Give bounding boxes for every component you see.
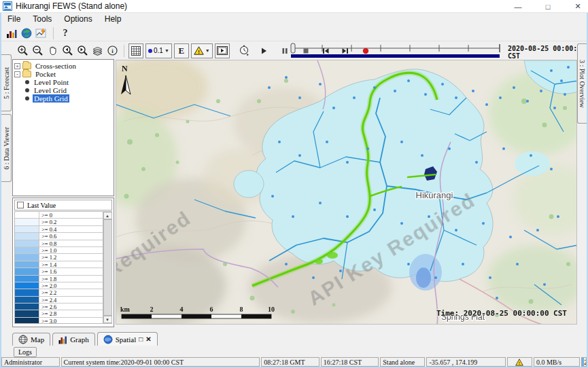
legend-row[interactable]: >= 0.2 — [15, 219, 103, 225]
status-local-time: 16:27:18 CST — [321, 357, 379, 367]
animation-timer-icon[interactable] — [237, 43, 252, 58]
grid-display-button[interactable] — [128, 43, 143, 58]
contour-value-dropdown[interactable]: 0.1 ▼ — [145, 43, 172, 58]
tree-item-cross-section[interactable]: + Cross-section — [14, 62, 112, 70]
animation-player-button[interactable] — [215, 43, 230, 58]
legend-row[interactable]: >= 2.0 — [15, 282, 103, 289]
main-toolbar: ? — [1, 25, 587, 41]
app-window: Hikurangi FEWS (Stand alone) — □ ✕ File … — [0, 0, 588, 368]
warnings-dropdown[interactable]: ! ▼ — [191, 43, 213, 58]
legend-swatch — [15, 318, 39, 324]
legend-row[interactable]: >= 2.8 — [15, 310, 103, 317]
expand-icon[interactable]: + — [14, 63, 20, 69]
zoom-out-icon[interactable] — [30, 43, 45, 58]
time-slider-handle[interactable] — [291, 43, 295, 53]
map-time-label: Time: 2020-08-25 00:00:00 CST — [436, 309, 567, 318]
legend-row[interactable]: >= 1.0 — [15, 247, 103, 254]
svg-text:2: 2 — [150, 306, 154, 313]
tree-item-pocket[interactable]: - Pocket — [14, 70, 112, 78]
legend-row[interactable]: >= 2.4 — [15, 297, 103, 303]
status-warning-cell[interactable]: ! — [507, 357, 532, 367]
tree-item-depth-grid[interactable]: Depth Grid — [14, 94, 112, 103]
map-view[interactable]: API Key Required API Key Required N Hiku… — [116, 60, 577, 325]
node-bullet-icon — [25, 88, 29, 92]
legend-swatch — [15, 289, 39, 295]
scroll-up-icon[interactable]: ▲ — [103, 212, 112, 219]
current-time-label: 2020-08-25 00:00:00 CST — [508, 45, 588, 60]
svg-text:6: 6 — [210, 306, 213, 313]
explorer-icon[interactable] — [4, 26, 19, 41]
legend-row[interactable]: >= 2.2 — [15, 289, 103, 296]
time-slider[interactable] — [289, 42, 503, 58]
globe-icon — [18, 335, 28, 344]
last-value-label: Last Value — [27, 202, 56, 209]
legend-row[interactable]: >= 0.8 — [15, 240, 103, 247]
tab-graph[interactable]: Graph — [52, 333, 95, 346]
tab-plot-overview[interactable]: 3 : Plot Overview — [577, 43, 587, 124]
legend-swatch — [15, 233, 39, 239]
help-button[interactable]: ? — [58, 26, 73, 41]
toolbar-separator — [53, 27, 54, 39]
folder-icon — [22, 62, 31, 69]
tree-item-level-point[interactable]: Level Point — [14, 78, 112, 86]
spatial-sphere-icon — [103, 335, 113, 344]
play-button[interactable] — [256, 43, 271, 58]
legend-row[interactable]: >= 2.6 — [15, 303, 103, 310]
map-canvas[interactable]: API Key Required API Key Required N Hiku… — [116, 60, 577, 325]
legend-row[interactable]: >= 0.6 — [15, 233, 103, 240]
title-bar: Hikurangi FEWS (Stand alone) — □ ✕ — [0, 0, 588, 13]
value-dropdown-value: 0.1 — [154, 47, 163, 54]
tab-forecast[interactable]: 5 : Forecast — [1, 54, 12, 111]
minimize-button[interactable]: — — [512, 3, 524, 11]
status-mode: Stand alone — [380, 357, 425, 367]
last-value-checkbox[interactable] — [17, 202, 24, 208]
app-logo-icon — [3, 1, 12, 11]
legend-swatch — [15, 303, 39, 310]
layers-icon[interactable] — [90, 43, 105, 58]
timeseries-chart-icon[interactable] — [34, 26, 49, 41]
tab-map[interactable]: Map — [12, 333, 50, 346]
dock-tab-bar: Map Graph Spatial □ ✕ — [12, 332, 158, 346]
panel-restore-button[interactable]: □ — [139, 335, 143, 343]
menu-help[interactable]: Help — [99, 14, 128, 24]
legend-swatch — [15, 282, 39, 289]
menu-file[interactable]: File — [1, 14, 27, 24]
legend-swatch — [15, 254, 39, 260]
chevron-down-icon: ▼ — [165, 48, 169, 53]
scroll-down-icon[interactable]: ▼ — [103, 316, 112, 323]
status-user: Administrator — [1, 357, 60, 367]
scrollbar-thumb[interactable] — [103, 219, 112, 316]
legend-row[interactable]: >= 0.4 — [15, 226, 103, 233]
status-system-time: Current system time:2020-09-01 00:00 CST — [61, 357, 260, 367]
warning-triangle-icon: ! — [515, 358, 523, 366]
tab-spatial[interactable]: Spatial □ ✕ — [97, 332, 158, 346]
zoom-previous-icon[interactable] — [60, 43, 75, 58]
maximize-button[interactable]: □ — [542, 3, 554, 11]
zoom-in-icon[interactable] — [15, 43, 30, 58]
collapse-icon[interactable]: - — [14, 71, 20, 77]
info-icon[interactable]: i — [105, 43, 120, 58]
pan-hand-icon[interactable] — [45, 43, 60, 58]
close-button[interactable]: ✕ — [572, 2, 584, 11]
logs-button[interactable]: Logs — [14, 347, 37, 357]
tree-item-level-grid[interactable]: Level Grid — [14, 86, 112, 94]
svg-text:!: ! — [519, 360, 520, 365]
legend-row[interactable]: >= 0 — [15, 212, 103, 219]
zoom-next-icon[interactable] — [75, 43, 90, 58]
legend-row[interactable]: >= 1.6 — [15, 268, 103, 275]
legend-row[interactable]: >= 1.2 — [15, 254, 103, 261]
legend-scrollbar[interactable]: ▲ ▼ — [103, 212, 111, 323]
legend-row[interactable]: >= 1.8 — [15, 276, 103, 282]
legend-row[interactable]: >= 3.0 — [15, 318, 103, 324]
legend-swatch — [15, 247, 39, 253]
panel-close-button[interactable]: ✕ — [145, 335, 151, 343]
globe-map-icon[interactable] — [19, 26, 34, 41]
legend-row[interactable]: >= 1.4 — [15, 261, 103, 268]
data-viewer-panel: + Cross-section - Pocket Level Point Lev… — [12, 59, 114, 327]
menu-options[interactable]: Options — [58, 14, 98, 24]
value-dot-icon — [148, 49, 152, 53]
elevation-legend-button[interactable]: E — [174, 43, 189, 58]
menu-tools[interactable]: Tools — [27, 14, 58, 24]
svg-text:km: km — [120, 306, 131, 313]
tab-data-viewer[interactable]: 6 : Data Viewer — [1, 114, 12, 182]
